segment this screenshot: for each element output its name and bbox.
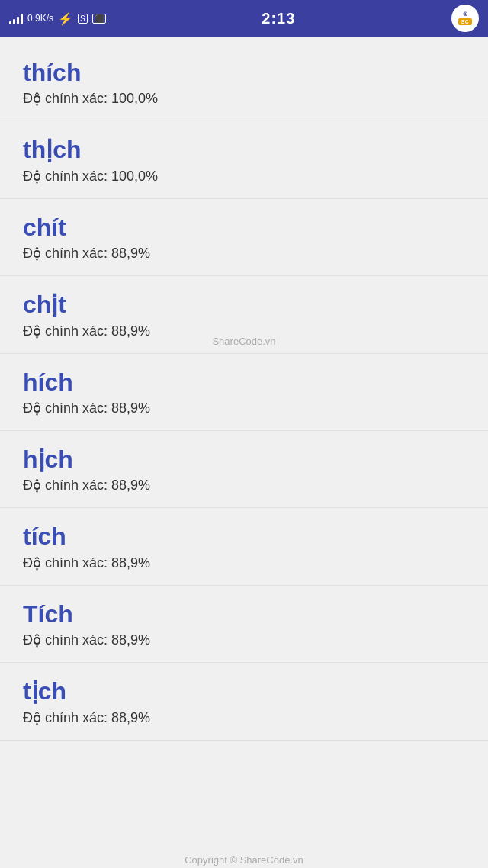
word-title: chịt <box>23 290 465 319</box>
word-title: hích <box>23 368 465 397</box>
status-left: 0,9K/s ⚡ S ⬛ <box>9 11 106 26</box>
notif-icon: ⬛ <box>92 14 106 24</box>
word-title: Tích <box>23 600 465 628</box>
watermark-2: Copyright © ShareCode.vn <box>185 853 303 867</box>
logo-text: SC <box>458 18 473 25</box>
list-item: chítĐộ chính xác: 88,9% <box>0 199 488 276</box>
list-item: TíchĐộ chính xác: 88,9% <box>0 586 488 663</box>
word-accuracy: Độ chính xác: 88,9% <box>23 632 465 648</box>
list-item: thíchĐộ chính xác: 100,0% <box>0 44 488 121</box>
status-bar: 0,9K/s ⚡ S ⬛ 2:13 ① SC <box>0 0 488 37</box>
word-title: thịch <box>23 135 465 164</box>
word-accuracy: Độ chính xác: 100,0% <box>23 90 465 107</box>
word-accuracy: Độ chính xác: 88,9% <box>23 245 465 262</box>
usb-icon: ⚡ <box>58 11 73 26</box>
signal-icon <box>9 12 23 24</box>
list-item: tịchĐộ chính xác: 88,9% <box>0 663 488 740</box>
word-accuracy: Độ chính xác: 88,9% <box>23 477 465 493</box>
network-speed: 0,9K/s <box>27 13 53 24</box>
sd-icon: S <box>78 14 88 24</box>
list-item: thịchĐộ chính xác: 100,0% <box>0 121 488 198</box>
sharecode-logo: ① SC <box>451 5 479 32</box>
clock: 2:13 <box>262 10 295 27</box>
word-title: tích <box>23 522 465 551</box>
list-item: tíchĐộ chính xác: 88,9% <box>0 508 488 585</box>
watermark-1: ShareCode.vn <box>212 334 275 349</box>
list-item: híchĐộ chính xác: 88,9% <box>0 354 488 431</box>
word-accuracy: Độ chính xác: 88,9% <box>23 555 465 571</box>
word-list: thíchĐộ chính xác: 100,0%thịchĐộ chính x… <box>0 37 488 748</box>
word-accuracy: Độ chính xác: 88,9% <box>23 400 465 416</box>
word-accuracy: Độ chính xác: 88,9% <box>23 709 465 726</box>
word-title: tịch <box>23 677 465 706</box>
word-title: chít <box>23 213 465 242</box>
status-right: ① SC <box>451 5 479 32</box>
word-title: thích <box>23 58 465 87</box>
word-title: hịch <box>23 445 465 474</box>
word-accuracy: Độ chính xác: 100,0% <box>23 168 465 185</box>
list-item: hịchĐộ chính xác: 88,9% <box>0 431 488 508</box>
